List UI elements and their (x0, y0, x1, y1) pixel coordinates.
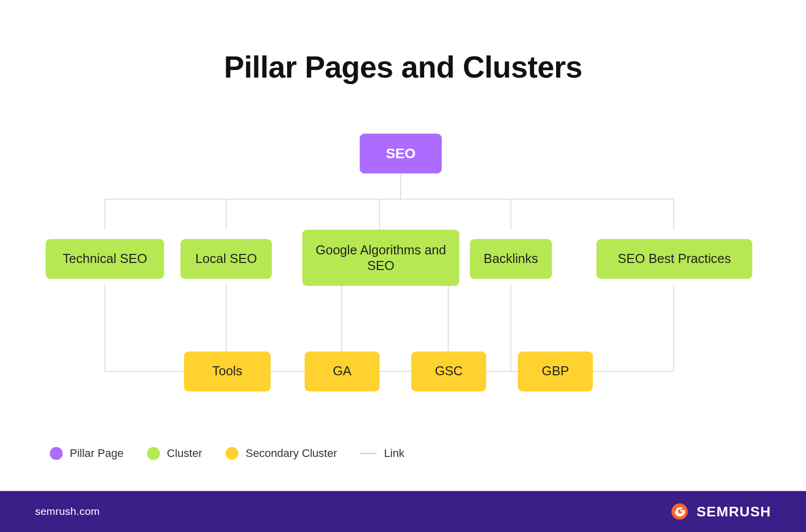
legend-item-secondary: Secondary Cluster (226, 447, 337, 460)
pillar-label: SEO (386, 145, 416, 162)
cluster-label: Backlinks (484, 251, 538, 267)
secondary-label: GA (333, 363, 352, 379)
secondary-node-gsc: GSC (411, 352, 486, 391)
secondary-node-tools: Tools (184, 352, 271, 391)
footer-url: semrush.com (35, 505, 100, 517)
cluster-label: Local SEO (195, 251, 257, 267)
legend-swatch-secondary (226, 447, 239, 460)
brand-lockup: SEMRUSH (669, 502, 771, 522)
cluster-label: SEO Best Practices (618, 251, 731, 267)
secondary-label: GBP (542, 363, 569, 379)
legend: Pillar Page Cluster Secondary Cluster Li… (50, 447, 405, 460)
legend-swatch-pillar (50, 447, 63, 460)
legend-label: Link (384, 447, 405, 460)
brand-name: SEMRUSH (697, 503, 771, 520)
cluster-node-seo-best-practices: SEO Best Practices (596, 239, 752, 279)
legend-swatch-cluster (147, 447, 160, 460)
semrush-logo-icon (669, 502, 690, 522)
cluster-node-technical-seo: Technical SEO (46, 239, 164, 279)
legend-label: Pillar Page (70, 447, 123, 460)
secondary-node-ga: GA (305, 352, 380, 391)
secondary-label: GSC (435, 363, 462, 379)
legend-item-pillar: Pillar Page (50, 447, 123, 460)
footer-bar: semrush.com SEMRUSH (0, 491, 806, 532)
legend-swatch-link (361, 453, 377, 454)
secondary-label: Tools (212, 363, 242, 379)
secondary-node-gbp: GBP (518, 352, 593, 391)
legend-item-cluster: Cluster (147, 447, 203, 460)
cluster-label: Technical SEO (62, 251, 147, 267)
cluster-node-local-seo: Local SEO (180, 239, 272, 279)
cluster-label: Google Algorithms and SEO (313, 242, 449, 274)
pillar-node-seo: SEO (360, 134, 442, 173)
cluster-node-backlinks: Backlinks (470, 239, 552, 279)
cluster-node-google-algorithms: Google Algorithms and SEO (302, 230, 459, 286)
svg-point-14 (671, 503, 688, 519)
legend-label: Cluster (167, 447, 202, 460)
legend-label: Secondary Cluster (245, 447, 337, 460)
legend-item-link: Link (361, 447, 405, 460)
